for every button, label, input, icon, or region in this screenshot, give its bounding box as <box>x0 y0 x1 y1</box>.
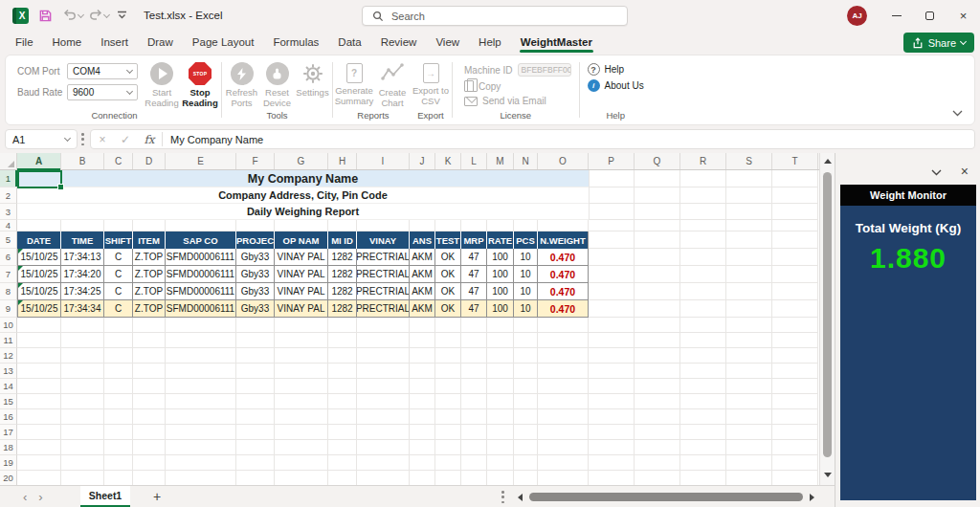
com-port-select[interactable]: COM4 <box>67 63 138 79</box>
cell-P16[interactable] <box>589 409 635 425</box>
cell-D4[interactable] <box>133 220 166 231</box>
cell-B7[interactable]: 17:34:20 <box>61 266 104 283</box>
cell-E17[interactable] <box>166 425 236 440</box>
cell-S17[interactable] <box>726 425 772 440</box>
row-header-3[interactable]: 3 <box>0 204 17 220</box>
cell-F14[interactable] <box>236 379 275 394</box>
cell-P8[interactable] <box>589 283 635 300</box>
cell-J17[interactable] <box>410 425 435 440</box>
horizontal-scroll-thumb[interactable] <box>529 493 803 501</box>
cell-O7[interactable]: 0.470 <box>538 266 589 283</box>
row-header-4[interactable]: 4 <box>0 220 17 231</box>
export-csv-button[interactable]: → Export to CSV <box>412 60 450 110</box>
cell-A20[interactable] <box>17 471 61 485</box>
avatar[interactable]: AJ <box>847 6 867 26</box>
cell-H20[interactable] <box>328 471 357 485</box>
cell-T17[interactable] <box>772 425 818 440</box>
cell-F6[interactable]: Gby33 <box>236 249 275 266</box>
cell-T15[interactable] <box>772 394 818 409</box>
cell-F12[interactable] <box>236 348 275 364</box>
column-header-q[interactable]: Q <box>635 153 680 169</box>
tab-draw[interactable]: Draw <box>138 31 183 54</box>
cell-G6[interactable]: VINAY PAL <box>275 249 328 266</box>
cell-J11[interactable] <box>410 333 435 348</box>
cell-K13[interactable] <box>435 364 461 379</box>
cell-E15[interactable] <box>166 394 236 409</box>
cell-P12[interactable] <box>589 348 635 364</box>
cell-O12[interactable] <box>538 348 589 364</box>
cell-T13[interactable] <box>772 364 818 379</box>
cell-S4[interactable] <box>726 220 772 231</box>
cell-H12[interactable] <box>328 348 357 364</box>
cell-K14[interactable] <box>435 379 461 394</box>
cell-O8[interactable]: 0.470 <box>538 283 589 300</box>
cell-A13[interactable] <box>17 364 61 379</box>
scroll-down-icon[interactable] <box>824 473 832 477</box>
table-header-ans[interactable]: ANS <box>410 231 435 249</box>
cell-D6[interactable]: Z.TOP <box>133 249 166 266</box>
cell-J10[interactable] <box>410 318 435 333</box>
cell-P14[interactable] <box>589 379 635 394</box>
cell-Q6[interactable] <box>635 249 680 266</box>
cell-H8[interactable]: 1282 <box>328 283 357 300</box>
cell-M10[interactable] <box>487 318 514 333</box>
column-header-i[interactable]: I <box>357 153 410 169</box>
cell-A9[interactable]: 15/10/25 <box>17 300 61 318</box>
column-header-a[interactable]: A <box>17 153 61 169</box>
cell-S19[interactable] <box>726 455 772 471</box>
cell-R15[interactable] <box>680 394 726 409</box>
cell-G16[interactable] <box>275 409 328 425</box>
cell-S3[interactable] <box>726 204 772 220</box>
scroll-left-icon[interactable] <box>518 494 523 501</box>
about-us-button[interactable]: i About Us <box>588 79 644 92</box>
cell-C4[interactable] <box>104 220 133 231</box>
cell-T8[interactable] <box>772 283 818 300</box>
cell-E4[interactable] <box>166 220 236 231</box>
cell-A12[interactable] <box>17 348 61 364</box>
cell-L8[interactable]: 47 <box>461 283 487 300</box>
cell-A18[interactable] <box>17 440 61 455</box>
cell-J16[interactable] <box>410 409 435 425</box>
cell-J15[interactable] <box>410 394 435 409</box>
row-header-12[interactable]: 12 <box>0 348 17 364</box>
cell-I18[interactable] <box>357 440 410 455</box>
cell-M15[interactable] <box>487 394 514 409</box>
cell-I17[interactable] <box>357 425 410 440</box>
cell-S7[interactable] <box>726 266 772 283</box>
table-header-projec[interactable]: PROJEC <box>236 231 275 249</box>
cell-M13[interactable] <box>487 364 514 379</box>
cell-K6[interactable]: OK <box>435 249 461 266</box>
row-header-2[interactable]: 2 <box>0 187 17 204</box>
cell-P2[interactable] <box>589 187 635 204</box>
cell-I12[interactable] <box>357 348 410 364</box>
cell-Q1[interactable] <box>635 170 680 187</box>
cell-D16[interactable] <box>133 409 166 425</box>
cell-P9[interactable] <box>589 300 635 318</box>
cell-H18[interactable] <box>328 440 357 455</box>
cell-B16[interactable] <box>61 409 104 425</box>
cell-G10[interactable] <box>275 318 328 333</box>
cell-K10[interactable] <box>435 318 461 333</box>
cell-I4[interactable] <box>357 220 410 231</box>
tab-view[interactable]: View <box>426 31 469 54</box>
cell-B15[interactable] <box>61 394 104 409</box>
cell-R8[interactable] <box>680 283 726 300</box>
cell-L15[interactable] <box>461 394 487 409</box>
cell-Q18[interactable] <box>635 440 680 455</box>
vertical-scroll-thumb[interactable] <box>823 172 832 457</box>
cell-Q17[interactable] <box>635 425 680 440</box>
cell-K20[interactable] <box>435 471 461 485</box>
cell-R1[interactable] <box>680 170 726 187</box>
cell-P7[interactable] <box>589 266 635 283</box>
cell-T4[interactable] <box>772 220 818 231</box>
cell-C6[interactable]: C <box>104 249 133 266</box>
insert-function-icon[interactable]: fx <box>137 133 162 146</box>
row-header-14[interactable]: 14 <box>0 379 17 394</box>
cell-H13[interactable] <box>328 364 357 379</box>
cell-T3[interactable] <box>772 204 818 220</box>
cell-S11[interactable] <box>726 333 772 348</box>
cell-A8[interactable]: 15/10/25 <box>17 283 61 300</box>
cell-L13[interactable] <box>461 364 487 379</box>
cell-N7[interactable]: 10 <box>514 266 538 283</box>
cell-O15[interactable] <box>538 394 589 409</box>
